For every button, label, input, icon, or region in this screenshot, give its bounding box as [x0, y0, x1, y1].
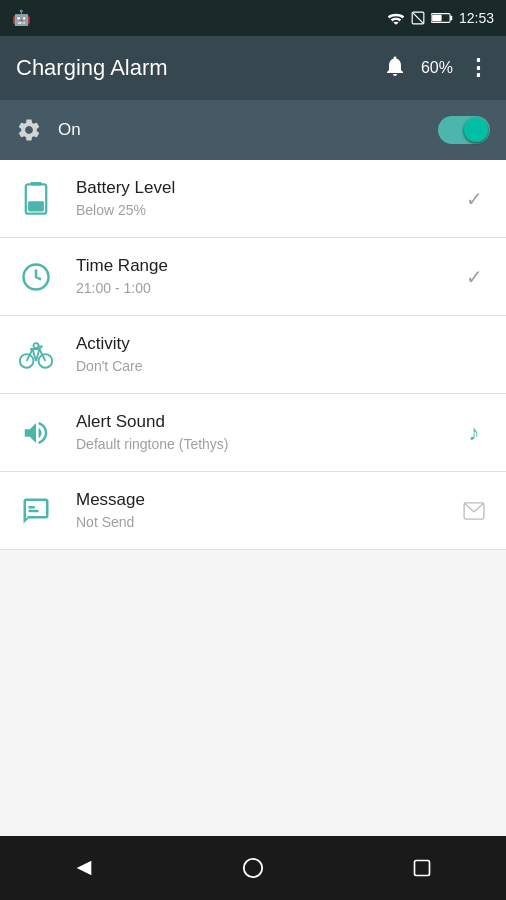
bell-icon[interactable] — [383, 54, 407, 82]
battery-level-content: Battery Level Below 25% — [76, 177, 438, 219]
time-range-row[interactable]: Time Range 21:00 - 1:00 ✓ — [0, 238, 506, 316]
toggle-left: On — [16, 117, 81, 143]
svg-rect-3 — [450, 16, 452, 20]
time-range-title: Time Range — [76, 255, 438, 277]
recents-button[interactable] — [397, 843, 447, 893]
android-icon: 🤖 — [12, 9, 31, 27]
message-row[interactable]: Message Not Send — [0, 472, 506, 550]
home-button[interactable] — [228, 843, 278, 893]
svg-point-19 — [244, 859, 262, 877]
settings-gear-icon — [16, 117, 42, 143]
status-time: 12:53 — [459, 10, 494, 26]
alert-sound-title: Alert Sound — [76, 411, 438, 433]
wifi-icon — [387, 11, 405, 25]
svg-line-1 — [412, 12, 424, 24]
alert-sound-action: ♪ — [458, 420, 490, 446]
battery-level-subtitle: Below 25% — [76, 201, 438, 219]
alert-sound-icon-container — [16, 418, 56, 448]
status-bar-right: 12:53 — [387, 10, 494, 26]
battery-level-icon — [22, 182, 50, 216]
time-range-content: Time Range 21:00 - 1:00 — [76, 255, 438, 297]
bottom-nav — [0, 836, 506, 900]
svg-marker-18 — [77, 861, 92, 876]
message-subtitle: Not Send — [76, 513, 438, 531]
message-icon-container — [16, 496, 56, 526]
toggle-label: On — [58, 120, 81, 140]
time-range-subtitle: 21:00 - 1:00 — [76, 279, 438, 297]
envelope-icon — [463, 502, 485, 520]
back-button[interactable] — [59, 843, 109, 893]
svg-point-9 — [20, 354, 34, 368]
status-bar-left: 🤖 — [12, 9, 31, 27]
app-title: Charging Alarm — [16, 55, 168, 81]
speaker-icon — [21, 418, 51, 448]
battery-level-row[interactable]: Battery Level Below 25% ✓ — [0, 160, 506, 238]
toggle-knob — [464, 118, 488, 142]
svg-point-14 — [33, 343, 38, 348]
alert-sound-subtitle: Default ringtone (Tethys) — [76, 435, 438, 453]
time-range-icon-container — [16, 262, 56, 292]
activity-row[interactable]: Activity Don't Care — [0, 316, 506, 394]
battery-check-icon: ✓ — [466, 187, 483, 211]
svg-rect-15 — [29, 506, 35, 509]
more-options-icon[interactable]: ⋮ — [467, 55, 490, 81]
activity-content: Activity Don't Care — [76, 333, 438, 375]
status-bar: 🤖 12:53 — [0, 0, 506, 36]
settings-list: Battery Level Below 25% ✓ Time Range 21:… — [0, 160, 506, 550]
battery-percentage: 60% — [421, 59, 453, 77]
message-action — [458, 502, 490, 520]
activity-icon-container — [16, 340, 56, 370]
svg-rect-16 — [29, 509, 39, 512]
battery-status-icon — [431, 11, 453, 25]
activity-subtitle: Don't Care — [76, 357, 438, 375]
message-icon — [21, 496, 51, 526]
svg-rect-7 — [28, 201, 44, 211]
app-bar-actions: 60% ⋮ — [383, 54, 490, 82]
battery-level-action: ✓ — [458, 187, 490, 211]
svg-rect-20 — [414, 861, 429, 876]
svg-rect-4 — [432, 15, 442, 22]
alert-sound-row[interactable]: Alert Sound Default ringtone (Tethys) ♪ — [0, 394, 506, 472]
app-bar: Charging Alarm 60% ⋮ — [0, 36, 506, 100]
svg-point-10 — [39, 354, 53, 368]
activity-title: Activity — [76, 333, 438, 355]
signal-icon — [411, 11, 425, 25]
toggle-row: On — [0, 100, 506, 160]
time-range-action: ✓ — [458, 265, 490, 289]
alert-sound-content: Alert Sound Default ringtone (Tethys) — [76, 411, 438, 453]
bicycle-icon — [19, 340, 53, 370]
message-content: Message Not Send — [76, 489, 438, 531]
battery-level-title: Battery Level — [76, 177, 438, 199]
message-title: Message — [76, 489, 438, 511]
clock-icon — [21, 262, 51, 292]
time-check-icon: ✓ — [466, 265, 483, 289]
battery-icon-container — [16, 182, 56, 216]
music-note-icon: ♪ — [469, 420, 480, 446]
toggle-switch[interactable] — [438, 116, 490, 144]
